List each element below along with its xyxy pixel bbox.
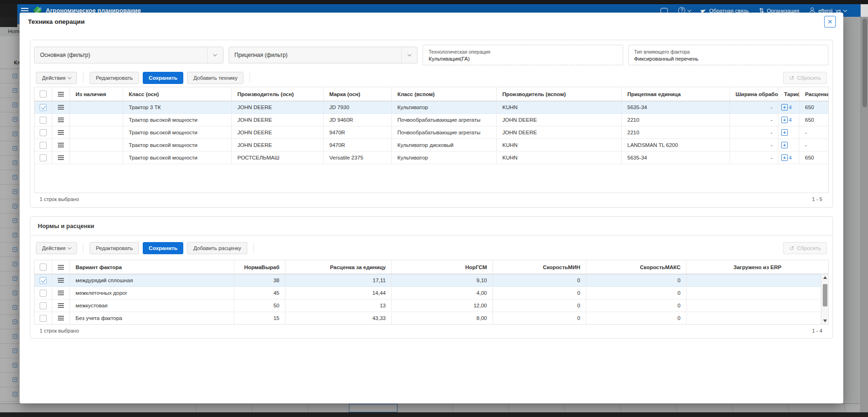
row-checkbox[interactable] [40, 315, 47, 322]
table-row[interactable]: Трактор высокой мощностиJOHN DEERE9470RК… [35, 139, 828, 152]
table-row[interactable]: Без учета фактора1543,338,0000 [35, 312, 828, 325]
tariff-expand-button[interactable]: + [781, 104, 788, 111]
row-menu-cell [52, 126, 70, 139]
table-cell: 9470R [324, 126, 392, 139]
tariff-count: 4 [789, 155, 792, 160]
checkbox-cell [35, 126, 52, 139]
table-cell: 14,44 [285, 287, 392, 299]
row-checkbox[interactable] [40, 129, 47, 136]
scrollbar-thumb[interactable] [823, 284, 827, 306]
table-cell: Без учета фактора [70, 312, 234, 324]
table-row[interactable]: междурядий сплошная3817,119,1000 [35, 274, 828, 287]
table-cell: JOHN DEERE [232, 126, 324, 139]
selected-count: 1 строк выбрано [40, 196, 79, 202]
checkbox-cell [35, 152, 52, 164]
rates-table: Вариант фактораНормаВырабРасценка за еди… [34, 260, 829, 325]
row-menu-icon[interactable] [58, 318, 64, 319]
row-checkbox[interactable] [40, 117, 47, 124]
table-cell: межклеточных дорог [70, 287, 234, 299]
table-cell: +4 [778, 114, 799, 126]
scroll-down-icon[interactable] [823, 320, 827, 322]
table-cell: JOHN DEERE [232, 114, 324, 126]
reset-button[interactable]: Сбросить [783, 242, 827, 254]
save-button[interactable]: Сохранить [143, 242, 184, 254]
row-menu-icon[interactable] [58, 107, 64, 108]
table-row[interactable]: Трактор высокой мощностиРОСТСЕЛЬМАШVersa… [35, 152, 828, 164]
reset-button[interactable]: Сбросить [783, 72, 827, 84]
table-header-cell: Производитель (вспом) [497, 87, 622, 101]
row-checkbox[interactable] [40, 290, 47, 297]
table-header-cell: Ширина обработки [730, 87, 778, 101]
tariff-expand-button[interactable]: + [781, 117, 788, 123]
scroll-up-icon[interactable] [823, 276, 827, 279]
table-cell: 0 [586, 287, 687, 299]
hamburger-menu-icon[interactable] [21, 10, 28, 11]
add-equipment-button[interactable]: Добавить технику [187, 72, 243, 84]
row-menu-icon[interactable] [58, 292, 64, 293]
filter-row: Основная (фильтр) Прицепная (фильтр) Тех… [30, 40, 833, 65]
modal-close-button[interactable]: × [824, 16, 836, 28]
row-menu-cell [52, 114, 70, 126]
checkbox-cell [35, 287, 52, 299]
table-cell: KUHN [497, 101, 622, 113]
table-header-cell: Загружено из ERP [687, 260, 828, 274]
main-filter-select[interactable]: Основная (фильтр) [34, 47, 223, 63]
factor-type-value: Фиксированный перечень [634, 56, 823, 62]
row-menu-cell [52, 312, 70, 324]
table-cell: - [730, 101, 778, 113]
save-button[interactable]: Сохранить [143, 72, 184, 84]
table-cell: 8,00 [392, 312, 493, 324]
table-cell: 0 [586, 274, 687, 286]
select-all-checkbox[interactable] [40, 264, 47, 271]
add-rate-button[interactable]: Добавить расценку [187, 242, 247, 254]
tariff-expand-button[interactable]: + [781, 154, 788, 161]
row-menu-icon[interactable] [58, 157, 64, 158]
table-cell: JD 7930 [324, 101, 392, 113]
row-menu-icon[interactable] [58, 94, 64, 95]
table-row[interactable]: Трактор высокой мощностиJOHN DEERE9470RП… [35, 126, 828, 139]
table-cell: KUHN [497, 152, 622, 164]
actions-dropdown-button[interactable]: Действия [36, 242, 77, 254]
table-row[interactable]: межклеточных дорог4514,444,0000 [35, 287, 828, 299]
table-cell [70, 101, 123, 113]
chevron-down-icon [207, 47, 223, 63]
tariff-expand-button[interactable]: + [781, 142, 788, 148]
checkbox-cell [35, 274, 52, 286]
table-cell: 9470R [324, 139, 392, 151]
row-menu-icon[interactable] [58, 119, 64, 120]
row-checkbox[interactable] [40, 104, 47, 111]
table-cell [70, 139, 123, 151]
table-cell: - [799, 139, 828, 151]
row-menu-icon[interactable] [58, 267, 64, 268]
row-menu-icon[interactable] [58, 132, 64, 133]
table-cell: 2210 [622, 114, 730, 126]
tariff-expand-button[interactable]: + [781, 129, 788, 136]
table-cell: JOHN DEERE [232, 139, 324, 151]
table-row[interactable]: межкустовая501312,0000 [35, 299, 828, 312]
table-cell: 5635-34 [622, 152, 730, 164]
row-checkbox[interactable] [40, 277, 47, 284]
pagination-range: 1 - 4 [812, 328, 822, 334]
actions-dropdown-button[interactable]: Действия [36, 72, 77, 84]
table-header-cell: Вариант фактора [70, 260, 234, 274]
table-cell: Почвообрабатывающие агрегаты [392, 126, 497, 139]
table-cell: 650 [799, 101, 828, 113]
edit-button[interactable]: Редактировать [90, 242, 139, 254]
row-menu-icon[interactable] [58, 305, 64, 306]
table-row[interactable]: Трактор высокой мощностиJOHN DEEREJD 946… [35, 114, 828, 126]
select-all-checkbox[interactable] [40, 90, 47, 97]
row-menu-icon[interactable] [58, 145, 64, 146]
row-checkbox[interactable] [40, 154, 47, 161]
table-scrollbar[interactable] [821, 274, 828, 324]
row-checkbox[interactable] [40, 142, 47, 149]
edit-button[interactable]: Редактировать [90, 72, 139, 84]
table-cell: 2210 [622, 126, 730, 139]
row-checkbox[interactable] [40, 302, 47, 309]
row-menu-icon[interactable] [58, 280, 64, 281]
equipment-table: Из наличияКласс (осн)Производитель (осн)… [34, 87, 829, 193]
close-icon: × [828, 17, 833, 26]
tariff-count: 4 [789, 104, 792, 110]
trailer-filter-select[interactable]: Прицепная (фильтр) [229, 47, 418, 63]
table-row[interactable]: Трактор 3 ТКJOHN DEEREJD 7930Культиватор… [35, 101, 828, 114]
table-cell: 0 [586, 299, 687, 312]
